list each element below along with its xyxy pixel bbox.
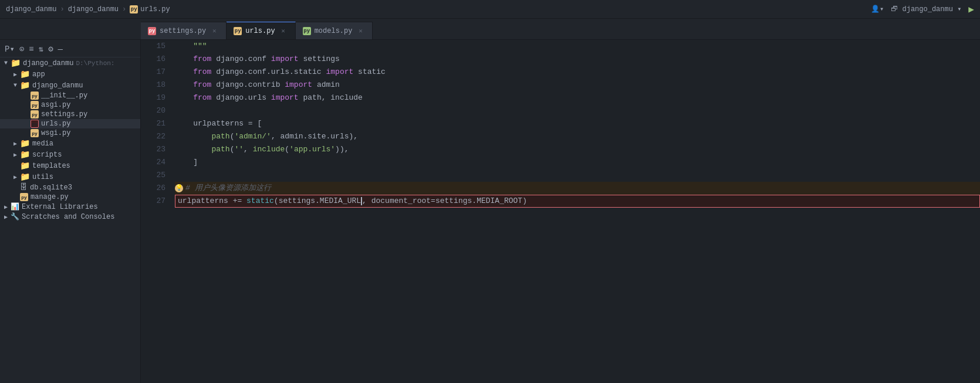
title-bar-right: 👤▾ 🗗 django_danmu ▾ ▶ <box>871 4 974 15</box>
settings-btn[interactable]: ⚙ <box>48 44 53 54</box>
run-icon[interactable]: ▶ <box>968 4 974 15</box>
manage-label: manage.py <box>31 193 69 201</box>
tree-ext-libs[interactable]: ▶ 📊 External Libraries <box>0 202 140 212</box>
tree-scripts[interactable]: ▶ 📁 scripts <box>0 149 140 160</box>
locate-btn[interactable]: ⊙ <box>19 44 24 54</box>
code-line-15: """ <box>175 40 980 53</box>
django-folder-icon: 📁 <box>20 80 30 90</box>
tree-django-danmu[interactable]: ▼ 📁 django_danmu <box>0 80 140 91</box>
scripts-folder-icon: 📁 <box>20 150 30 160</box>
manage-icon: py <box>20 193 28 201</box>
init-label: __init__.py <box>41 91 87 100</box>
tree-utils[interactable]: ▶ 📁 utils <box>0 171 140 182</box>
ext-libs-arrow: ▶ <box>1 204 11 211</box>
code-lines: """ from django.conf import settings fro… <box>170 40 980 383</box>
code-line-24: ] <box>175 156 980 169</box>
asgi-label: asgi.py <box>41 101 70 109</box>
title-bar: django_danmu › django_danmu › py urls.py… <box>0 0 980 19</box>
root-path: D:\Python: <box>76 60 114 67</box>
media-folder-icon: 📁 <box>20 138 30 148</box>
tree-init[interactable]: py __init__.py <box>0 91 140 100</box>
tree-wsgi[interactable]: py wsgi.py <box>0 128 140 138</box>
tree-urls[interactable]: py urls.py <box>0 119 140 128</box>
models-file-icon: py <box>303 27 311 35</box>
code-line-17: from django.conf.urls.static import stat… <box>175 66 980 79</box>
init-icon: py <box>31 91 39 100</box>
tree-manage[interactable]: py manage.py <box>0 192 140 202</box>
collapse-btn[interactable]: ≡ <box>29 45 33 54</box>
db-label: db.sqlite3 <box>30 184 72 192</box>
main-layout: P▾ ⊙ ≡ ⇅ ⚙ — ▼ 📁 django_danmu D:\Python:… <box>0 40 980 383</box>
scripts-label: scripts <box>32 151 62 159</box>
media-label: media <box>32 140 53 148</box>
app-folder-icon: 📁 <box>20 69 30 79</box>
code-line-18: from django.contrib import admin <box>175 79 980 91</box>
project-label-btn[interactable]: P▾ <box>5 44 15 54</box>
app-arrow: ▶ <box>11 71 20 78</box>
code-line-23: path('', include('app.urls')), <box>175 143 980 156</box>
tab-models-label: models.py <box>315 27 353 35</box>
settings-label: settings.py <box>41 110 87 118</box>
breadcrumb-sep1: › <box>60 5 64 13</box>
django-label: django_danmu <box>32 82 83 90</box>
code-line-22: path('admin/', admin.site.urls), <box>175 130 980 143</box>
tab-bar: py settings.py ✕ py urls.py ✕ py models.… <box>0 19 980 40</box>
tree-root[interactable]: ▼ 📁 django_danmu D:\Python: <box>0 57 140 69</box>
urls-icon: py <box>31 120 39 128</box>
code-line-26: 💡# 用户头像资源添加这行 <box>175 182 980 195</box>
urls-file-icon: py <box>234 27 242 35</box>
breadcrumb-project: django_danmu <box>6 5 56 13</box>
minimize-btn[interactable]: — <box>58 45 63 54</box>
wsgi-icon: py <box>31 129 39 137</box>
settings-file-icon: py <box>148 27 156 35</box>
tree-templates[interactable]: 📁 templates <box>0 160 140 171</box>
scratches-icon: 🔧 <box>11 212 19 221</box>
scripts-arrow: ▶ <box>11 151 20 158</box>
user-icon[interactable]: 👤▾ <box>871 5 884 13</box>
tree-asgi[interactable]: py asgi.py <box>0 100 140 110</box>
media-arrow: ▶ <box>11 140 20 147</box>
bulb-icon: 💡 <box>175 184 183 192</box>
settings-icon: py <box>31 110 39 118</box>
ext-libs-label: External Libraries <box>22 203 98 211</box>
tab-urls-close[interactable]: ✕ <box>279 26 288 36</box>
code-editor[interactable]: 15 16 17 18 19 20 21 22 23 24 25 26 27 "… <box>141 40 980 383</box>
breadcrumb-sep2: › <box>122 5 126 13</box>
root-arrow: ▼ <box>1 60 11 66</box>
file-icon: py <box>130 5 138 13</box>
tab-models[interactable]: py models.py ✕ <box>296 22 373 39</box>
tree-db[interactable]: 🗄 db.sqlite3 <box>0 182 140 192</box>
tab-urls[interactable]: py urls.py ✕ <box>227 22 295 39</box>
scratches-arrow: ▶ <box>1 213 11 221</box>
line-numbers: 15 16 17 18 19 20 21 22 23 24 25 26 27 <box>141 40 170 383</box>
utils-label: utils <box>32 173 53 181</box>
app-label: app <box>32 70 45 79</box>
breadcrumb: django_danmu › django_danmu › py urls.py <box>6 5 170 13</box>
sidebar: P▾ ⊙ ≡ ⇅ ⚙ — ▼ 📁 django_danmu D:\Python:… <box>0 40 141 383</box>
tree-scratches[interactable]: ▶ 🔧 Scratches and Consoles <box>0 212 140 222</box>
breadcrumb-folder: django_danmu <box>68 5 119 13</box>
ext-libs-icon: 📊 <box>11 202 19 211</box>
tree-settings[interactable]: py settings.py <box>0 110 140 119</box>
db-icon: 🗄 <box>20 183 28 192</box>
urls-label: urls.py <box>41 120 70 128</box>
tree-media[interactable]: ▶ 📁 media <box>0 138 140 149</box>
expand-all-btn[interactable]: ⇅ <box>39 44 43 54</box>
breadcrumb-filename: urls.py <box>140 5 170 13</box>
asgi-icon: py <box>31 101 39 109</box>
code-line-27: urlpatterns += static(settings.MEDIA_URL… <box>175 195 980 208</box>
tab-settings[interactable]: py settings.py ✕ <box>141 22 227 39</box>
code-line-19: from django.urls import path, include <box>175 91 980 104</box>
django-arrow: ▼ <box>11 82 20 89</box>
code-line-25 <box>175 169 980 182</box>
tab-models-close[interactable]: ✕ <box>356 26 365 36</box>
tab-settings-close[interactable]: ✕ <box>209 26 219 36</box>
breadcrumb-file: py urls.py <box>130 5 170 13</box>
project-name-right: 🗗 django_danmu ▾ <box>891 5 961 13</box>
utils-folder-icon: 📁 <box>20 172 30 182</box>
code-line-16: from django.conf import settings <box>175 53 980 66</box>
wsgi-label: wsgi.py <box>41 129 70 137</box>
tab-urls-label: urls.py <box>245 27 275 35</box>
root-label: django_danmu <box>23 59 73 67</box>
tree-app[interactable]: ▶ 📁 app <box>0 69 140 80</box>
